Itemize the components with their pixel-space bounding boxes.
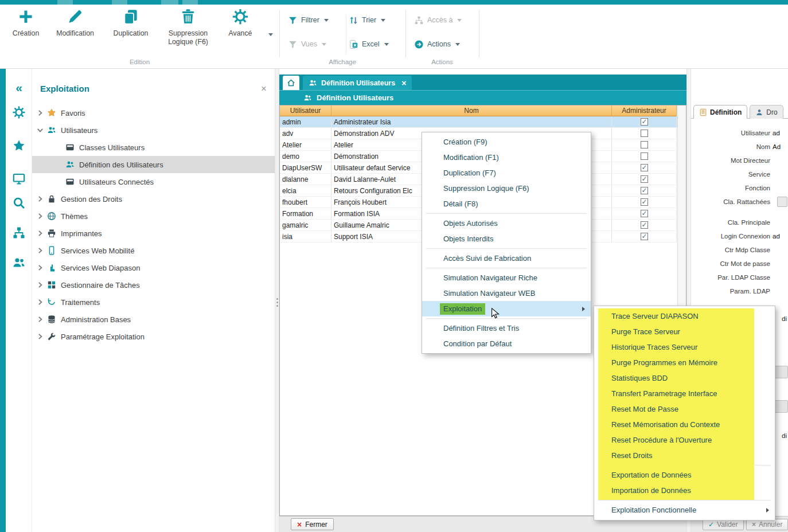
tab-definition-utilisateurs[interactable]: Définition Utilisateurs × (303, 76, 412, 90)
table-row-admin[interactable]: adminAdministrateur Isia (280, 116, 686, 128)
ribbon-button-creation[interactable]: Création (2, 8, 50, 55)
ribbon-button-vues[interactable]: Vues (285, 37, 346, 52)
submenu-item-exploitation-fonctionnelle[interactable]: Exploitation Fonctionnelle (594, 502, 775, 518)
sidebar-gear-button[interactable] (11, 104, 27, 120)
nav-item-definition-des-utilisateurs[interactable]: Définition des Utilisateurs (32, 156, 275, 173)
menu-item-detail-f8[interactable]: Détail (F8) (422, 196, 591, 212)
ribbon-button-duplication[interactable]: Duplication (107, 8, 155, 55)
chevron-down-icon[interactable] (268, 33, 273, 36)
ribbon-button-filtrer[interactable]: Filtrer (285, 13, 346, 28)
column-header-nom[interactable]: Nom (331, 105, 612, 116)
admin-checkbox[interactable] (641, 210, 648, 217)
admin-checkbox[interactable] (641, 198, 648, 206)
nav-item-classes-utilisateurs[interactable]: Classes Utilisateurs (32, 139, 275, 156)
chevron-right-icon[interactable] (37, 230, 44, 237)
admin-checkbox[interactable] (641, 187, 648, 194)
nav-item-services-web-diapason[interactable]: Services Web Diapason (32, 259, 275, 276)
submenu-item-reset-droits[interactable]: Reset Droits (594, 448, 775, 463)
menu-item-suppression-logique-f6[interactable]: Suppression Logique (F6) (422, 181, 591, 196)
chevron-right-icon[interactable] (37, 264, 44, 271)
chevron-down-icon[interactable] (324, 19, 329, 22)
menu-item-simulation-navigateur-web[interactable]: Simulation Navigateur WEB (422, 285, 591, 301)
nav-item-favoris[interactable]: Favoris (32, 104, 275, 122)
chevron-right-icon[interactable] (37, 299, 44, 306)
nav-item-traitements[interactable]: Traitements (32, 294, 275, 311)
nav-item-gestion-des-droits[interactable]: Gestion des Droits (32, 190, 275, 208)
admin-checkbox[interactable] (641, 164, 648, 171)
column-header-utilisateur[interactable]: Utilisateur (280, 105, 331, 116)
chevron-right-icon[interactable] (37, 316, 44, 323)
chevron-right-icon[interactable] (37, 247, 44, 254)
chevron-down-icon[interactable] (455, 43, 460, 46)
ribbon-button-acces-a[interactable]: Accès à (411, 13, 477, 28)
ribbon-button-avance[interactable]: Avancé (216, 8, 264, 55)
admin-checkbox[interactable] (641, 221, 648, 229)
submenu-item-reset-procedure-a-l-ouverture[interactable]: Reset Procédure à l'Ouverture (594, 432, 775, 448)
chevron-right-icon[interactable] (37, 195, 44, 202)
fermer-button[interactable]: × Fermer (291, 518, 334, 530)
submenu-item-exportation-de-donnees[interactable]: Exportation de Données (594, 467, 775, 483)
menu-item-simulation-navigateur-riche[interactable]: Simulation Navigateur Riche (422, 270, 591, 285)
menu-item-creation-f9[interactable]: Création (F9) (422, 134, 591, 150)
admin-checkbox[interactable] (641, 175, 648, 183)
valider-button[interactable]: ✓ Valider (703, 519, 744, 530)
nav-item-themes[interactable]: Thèmes (32, 208, 275, 225)
submenu-item-purge-programmes-en-memoire[interactable]: Purge Programmes en Mémoire (594, 355, 775, 370)
submenu-item-trace-serveur-diapason[interactable]: Trace Serveur DIAPASON (594, 308, 775, 324)
chevron-right-icon[interactable] (37, 213, 44, 220)
submenu-item-transfert-parametrage-interface[interactable]: Transfert Parametrage Interface (594, 386, 775, 401)
sidebar-sitemap-button[interactable] (11, 225, 27, 241)
chevron-down-icon[interactable] (37, 127, 44, 134)
home-tab[interactable] (283, 76, 299, 90)
submenu-item-reset-mot-de-passe[interactable]: Reset Mot de Passe (594, 401, 775, 417)
chevron-right-icon[interactable] (37, 333, 44, 340)
menu-item-condition-par-defaut[interactable]: Condition par Défaut (422, 336, 591, 351)
admin-checkbox[interactable] (641, 233, 648, 240)
menu-item-definition-filtres-et-tris[interactable]: Définition Filtres et Tris (422, 320, 591, 336)
ribbon-button-actions[interactable]: Actions (411, 37, 477, 52)
submenu-item-historique-traces-serveur[interactable]: Historique Traces Serveur (594, 339, 775, 355)
menu-item-acces-suivi-de-fabrication[interactable]: Accès Suivi de Fabrication (422, 251, 591, 266)
column-header-administrateur[interactable]: Administrateur (612, 105, 677, 116)
chevron-right-icon[interactable] (37, 281, 44, 288)
admin-checkbox[interactable] (641, 152, 648, 160)
submenu-item-importation-de-donnees[interactable]: Importation de Données (594, 483, 775, 498)
submenu-item-statistiques-bdd[interactable]: Statistiques BDD (594, 370, 775, 386)
nav-item-imprimantes[interactable]: Imprimantes (32, 225, 275, 242)
edit-button[interactable] (777, 197, 787, 207)
nav-item-administration-bases[interactable]: Administration Bases (32, 311, 275, 328)
nav-splitter[interactable] (275, 69, 279, 532)
chevron-down-icon[interactable] (381, 19, 385, 22)
menu-item-objets-autorises[interactable]: Objets Autorisés (422, 216, 591, 231)
sidebar-collapse-button[interactable]: « (11, 79, 27, 95)
sidebar-users-button[interactable] (11, 255, 27, 271)
menu-item-exploitation[interactable]: Exploitation (422, 301, 591, 316)
tab-close-icon[interactable]: × (401, 79, 406, 87)
sidebar-monitor-button[interactable] (11, 171, 27, 187)
ribbon-button-trier[interactable]: Trier (346, 13, 401, 28)
detail-tab-definition[interactable]: Définition (693, 105, 747, 119)
menu-item-duplication-f7[interactable]: Duplication (F7) (422, 165, 591, 181)
sidebar-search-button[interactable] (11, 195, 27, 211)
nav-item-services-web-mobilite[interactable]: Services Web Mobilité (32, 242, 275, 259)
nav-item-utilisateurs[interactable]: Utilisateurs (32, 122, 275, 139)
admin-checkbox[interactable] (641, 141, 648, 148)
detail-tab-dro[interactable]: Dro (750, 105, 783, 119)
nav-close-icon[interactable]: × (261, 84, 267, 93)
nav-item-gestionnaire-de-taches[interactable]: Gestionnaire de Tâches (32, 276, 275, 294)
ribbon-button-modification[interactable]: Modification (51, 8, 99, 55)
chevron-down-icon[interactable] (384, 43, 389, 46)
annuler-button[interactable]: × Annuler (746, 519, 788, 530)
menu-item-objets-interdits[interactable]: Objets Interdits (422, 231, 591, 247)
admin-checkbox[interactable] (641, 130, 648, 137)
submenu-item-purge-trace-serveur[interactable]: Purge Trace Serveur (594, 324, 775, 339)
chevron-right-icon[interactable] (37, 109, 44, 116)
admin-checkbox[interactable] (641, 118, 648, 126)
sidebar-star-button[interactable] (11, 138, 27, 154)
menu-item-modification-f1[interactable]: Modification (F1) (422, 150, 591, 165)
submenu-item-reset-memorisation-du-contexte[interactable]: Reset Mémorisation du Contexte (594, 417, 775, 432)
nav-item-utilisateurs-connectes[interactable]: Utilisateurs Connectés (32, 173, 275, 190)
nav-item-parametrage-exploitation[interactable]: Paramétrage Exploitation (32, 328, 275, 345)
ribbon-button-excel[interactable]: Excel (346, 37, 401, 52)
ribbon-button-suppression-logique-f6[interactable]: Suppression Logique (F6) (164, 8, 212, 55)
